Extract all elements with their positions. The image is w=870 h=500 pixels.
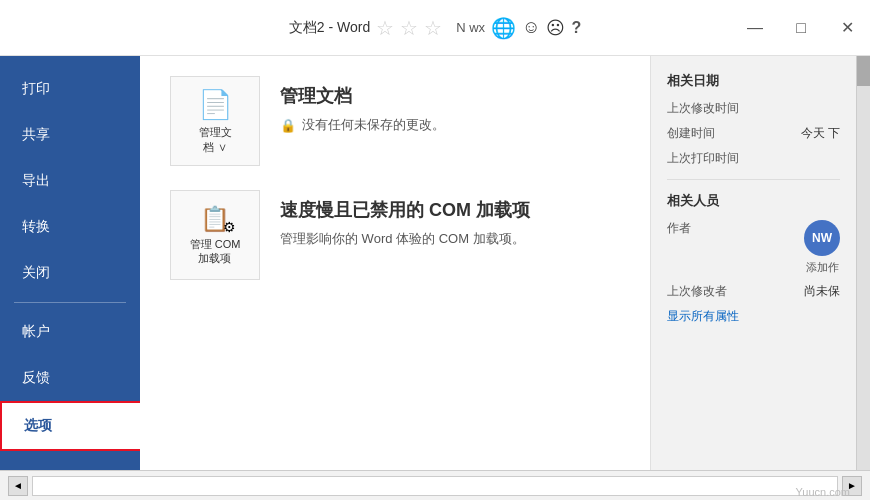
author-avatar[interactable]: NW [804,220,840,256]
help-button[interactable]: ? [571,19,581,37]
com-gear-icon: ⚙ [223,219,236,235]
sidebar-item-account[interactable]: 帐户 [0,309,140,355]
manage-doc-icon-box[interactable]: 📄 管理文档 ∨ [170,76,260,166]
com-addins-desc: 管理影响你的 Word 体验的 COM 加载项。 [280,230,530,248]
star-icon-1: ☆ [376,16,394,40]
maximize-button[interactable]: □ [778,0,824,55]
add-author-label[interactable]: 添加作 [806,260,839,275]
manage-doc-file-icon: 📄 [198,88,233,121]
com-addins-card: 📋 ⚙ 管理 COM加载项 速度慢且已禁用的 COM 加载项 管理影响你的 Wo… [170,190,620,280]
last-modifier-row: 上次修改者 尚未保 [667,283,840,300]
content-area: 📄 管理文档 ∨ 管理文档 🔒 没有任何未保存的更改。 📋 ⚙ 管理 COM加载… [140,56,650,470]
star-icon-2: ☆ [400,16,418,40]
smiley-happy-icon[interactable]: ☺ [522,17,540,38]
watermark: Yuucn.com [796,486,850,498]
created-time-value: 今天 下 [801,125,840,142]
com-addins-icon-label: 管理 COM加载项 [190,237,241,266]
sidebar: 打印 共享 导出 转换 关闭 帐户 反馈 选项 [0,56,140,470]
title-bar: 文档2 - Word ☆ ☆ ☆ N wx 🌐 ☺ ☹ ? — □ ✕ [0,0,870,56]
show-all-properties-link[interactable]: 显示所有属性 [667,308,840,325]
sidebar-item-share[interactable]: 共享 [0,112,140,158]
created-time-label: 创建时间 [667,125,715,142]
scrollbar-thumb[interactable] [857,56,870,86]
right-panel: 相关日期 上次修改时间 创建时间 今天 下 上次打印时间 相关人员 作者 NW … [650,56,870,470]
manage-doc-title: 管理文档 [280,84,445,108]
author-row: 作者 NW 添加作 [667,220,840,275]
bottom-input[interactable] [32,476,838,496]
sidebar-divider [14,302,126,303]
bottom-bar: ◄ ► Yuucn.com [0,470,870,500]
scroll-left-button[interactable]: ◄ [8,476,28,496]
smiley-neutral-icon[interactable]: ☹ [546,17,565,39]
last-printed-label: 上次打印时间 [667,150,739,167]
sidebar-item-options[interactable]: 选项 [0,401,140,451]
scrollbar[interactable] [856,56,870,470]
com-addins-icon: 📋 ⚙ [200,205,230,233]
minimize-button[interactable]: — [732,0,778,55]
star-icon-3: ☆ [424,16,442,40]
last-printed-row: 上次打印时间 [667,150,840,167]
sidebar-item-export[interactable]: 导出 [0,158,140,204]
sidebar-item-print[interactable]: 打印 [0,66,140,112]
author-info: NW 添加作 [804,220,840,275]
sidebar-item-close[interactable]: 关闭 [0,250,140,296]
sidebar-item-convert[interactable]: 转换 [0,204,140,250]
browser-icon: 🌐 [491,16,516,40]
author-label: 作者 [667,220,691,237]
related-dates-title: 相关日期 [667,72,840,90]
related-people-title: 相关人员 [667,192,840,210]
com-addins-description: 管理影响你的 Word 体验的 COM 加载项。 [280,230,525,248]
title-center: 文档2 - Word ☆ ☆ ☆ N wx 🌐 ☺ ☹ ? [289,16,582,40]
manage-doc-desc: 🔒 没有任何未保存的更改。 [280,116,445,134]
manage-doc-description: 没有任何未保存的更改。 [302,116,445,134]
title-text: 文档2 - Word [289,19,370,37]
com-addins-content: 速度慢且已禁用的 COM 加载项 管理影响你的 Word 体验的 COM 加载项… [280,190,530,248]
panel-divider [667,179,840,180]
related-dates-section: 相关日期 上次修改时间 创建时间 今天 下 上次打印时间 相关人员 作者 NW … [667,72,840,325]
lock-icon: 🔒 [280,118,296,133]
close-button[interactable]: ✕ [824,0,870,55]
com-addins-title: 速度慢且已禁用的 COM 加载项 [280,198,530,222]
manage-doc-content: 管理文档 🔒 没有任何未保存的更改。 [280,76,445,134]
title-bar-buttons: — □ ✕ [732,0,870,55]
created-time-row: 创建时间 今天 下 [667,125,840,142]
main-layout: 打印 共享 导出 转换 关闭 帐户 反馈 选项 📄 管理文档 ∨ 管理文档 🔒 … [0,56,870,470]
nwx-label: N wx [456,20,485,35]
last-modifier-value: 尚未保 [804,283,840,300]
manage-doc-card: 📄 管理文档 ∨ 管理文档 🔒 没有任何未保存的更改。 [170,76,620,166]
manage-doc-icon-label: 管理文档 ∨ [199,125,232,154]
com-addins-icon-box[interactable]: 📋 ⚙ 管理 COM加载项 [170,190,260,280]
sidebar-item-feedback[interactable]: 反馈 [0,355,140,401]
last-modified-label: 上次修改时间 [667,100,739,117]
last-modifier-label: 上次修改者 [667,283,727,300]
last-modified-row: 上次修改时间 [667,100,840,117]
